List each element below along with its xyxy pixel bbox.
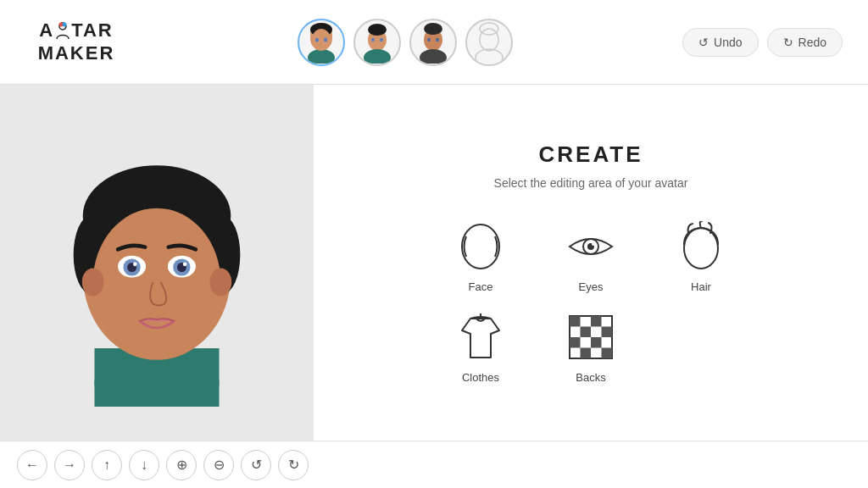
zoom-out-icon: ⊖ bbox=[214, 457, 225, 473]
back-icon: ← bbox=[25, 458, 39, 473]
down-button[interactable]: ↓ bbox=[129, 450, 159, 480]
svg-point-17 bbox=[420, 49, 447, 64]
svg-rect-55 bbox=[602, 327, 613, 338]
svg-rect-54 bbox=[591, 327, 602, 338]
svg-point-30 bbox=[93, 208, 221, 357]
edit-item-eyes[interactable]: Eyes bbox=[564, 219, 618, 293]
svg-point-39 bbox=[133, 263, 137, 267]
svg-rect-58 bbox=[591, 337, 602, 348]
edit-grid: Face Eyes bbox=[438, 219, 743, 384]
up-icon: ↑ bbox=[103, 458, 110, 473]
hair-icon bbox=[674, 219, 728, 274]
header: A TAR MAKER bbox=[0, 0, 868, 85]
face-icon bbox=[453, 219, 508, 274]
svg-point-31 bbox=[82, 268, 104, 296]
face-label: Face bbox=[469, 280, 493, 293]
svg-point-19 bbox=[436, 37, 439, 41]
svg-rect-60 bbox=[570, 348, 581, 359]
backs-label: Backs bbox=[576, 371, 605, 384]
svg-rect-50 bbox=[591, 316, 602, 327]
svg-point-9 bbox=[324, 37, 327, 42]
svg-point-40 bbox=[183, 263, 187, 267]
svg-point-18 bbox=[427, 37, 431, 41]
avatar-thumb-2[interactable] bbox=[353, 19, 401, 66]
undo-button[interactable]: ↺ Undo bbox=[682, 28, 758, 57]
svg-rect-52 bbox=[570, 327, 581, 338]
logo-line2: MAKER bbox=[38, 42, 115, 64]
hair-label: Hair bbox=[691, 280, 711, 293]
down-icon: ↓ bbox=[141, 458, 147, 473]
svg-rect-59 bbox=[602, 337, 613, 348]
back-button[interactable]: ← bbox=[17, 450, 47, 480]
eye-icon bbox=[564, 219, 618, 274]
logo-letter-a: A bbox=[39, 19, 54, 42]
svg-point-41 bbox=[462, 225, 499, 269]
svg-rect-49 bbox=[581, 316, 592, 327]
rotate-cw-button[interactable]: ↻ bbox=[278, 450, 309, 480]
zoom-in-button[interactable]: ⊕ bbox=[166, 450, 197, 480]
undo-icon: ↺ bbox=[698, 36, 709, 49]
edit-item-hair[interactable]: Hair bbox=[674, 219, 728, 293]
edit-item-face[interactable]: Face bbox=[453, 219, 508, 293]
svg-point-44 bbox=[592, 242, 595, 246]
edit-item-backs[interactable]: Backs bbox=[564, 310, 618, 384]
svg-rect-56 bbox=[570, 337, 581, 348]
svg-point-16 bbox=[424, 23, 442, 35]
svg-point-14 bbox=[380, 37, 383, 41]
svg-rect-51 bbox=[602, 316, 613, 327]
svg-rect-63 bbox=[602, 348, 613, 359]
svg-point-32 bbox=[209, 268, 231, 296]
avatar-preview-panel bbox=[0, 85, 314, 441]
svg-rect-57 bbox=[581, 337, 592, 348]
redo-icon: ↻ bbox=[783, 36, 793, 49]
svg-rect-48 bbox=[570, 316, 581, 327]
bottom-toolbar: ← → ↑ ↓ ⊕ ⊖ ↺ ↻ bbox=[0, 441, 868, 488]
eyes-label: Eyes bbox=[579, 280, 604, 293]
edit-item-clothes[interactable]: Clothes bbox=[453, 310, 508, 384]
create-subtitle: Select the editing area of your avatar bbox=[494, 176, 688, 190]
undo-label: Undo bbox=[714, 36, 742, 49]
forward-button[interactable]: → bbox=[54, 450, 85, 480]
avatar-thumb-1[interactable] bbox=[298, 19, 345, 66]
avatar-thumb-4[interactable] bbox=[465, 19, 513, 66]
svg-point-7 bbox=[312, 29, 331, 51]
avatar-svg bbox=[21, 119, 292, 407]
avatar-thumb-3[interactable] bbox=[409, 19, 457, 66]
clothes-label: Clothes bbox=[462, 371, 499, 384]
svg-point-8 bbox=[315, 37, 319, 42]
svg-point-11 bbox=[368, 24, 387, 36]
main-content: CREATE Select the editing area of your a… bbox=[0, 85, 868, 441]
avatar-thumbs bbox=[153, 19, 657, 66]
svg-rect-53 bbox=[581, 327, 592, 338]
svg-rect-62 bbox=[591, 348, 602, 359]
logo-rest: TAR bbox=[71, 19, 114, 42]
clothes-icon bbox=[453, 310, 508, 364]
rotate-ccw-button[interactable]: ↺ bbox=[241, 450, 271, 480]
logo-avatar-icon bbox=[54, 20, 71, 41]
zoom-out-button[interactable]: ⊖ bbox=[203, 450, 234, 480]
svg-point-6 bbox=[308, 49, 335, 64]
create-title: CREATE bbox=[539, 141, 643, 168]
svg-rect-61 bbox=[581, 348, 592, 359]
rotate-ccw-icon: ↺ bbox=[251, 457, 262, 473]
svg-point-45 bbox=[684, 228, 718, 269]
forward-icon: → bbox=[63, 458, 76, 473]
right-panel: CREATE Select the editing area of your a… bbox=[314, 85, 868, 441]
svg-point-13 bbox=[371, 37, 375, 41]
redo-button[interactable]: ↻ Redo bbox=[767, 28, 843, 57]
svg-point-20 bbox=[480, 29, 498, 51]
rotate-cw-icon: ↻ bbox=[288, 457, 299, 473]
logo: A TAR MAKER bbox=[25, 19, 127, 64]
up-button[interactable]: ↑ bbox=[92, 450, 122, 480]
header-actions: ↺ Undo ↻ Redo bbox=[682, 28, 843, 57]
zoom-in-icon: ⊕ bbox=[176, 457, 187, 473]
svg-point-2 bbox=[63, 23, 67, 27]
backs-icon bbox=[564, 310, 618, 364]
redo-label: Redo bbox=[798, 36, 826, 49]
svg-point-12 bbox=[364, 49, 391, 64]
